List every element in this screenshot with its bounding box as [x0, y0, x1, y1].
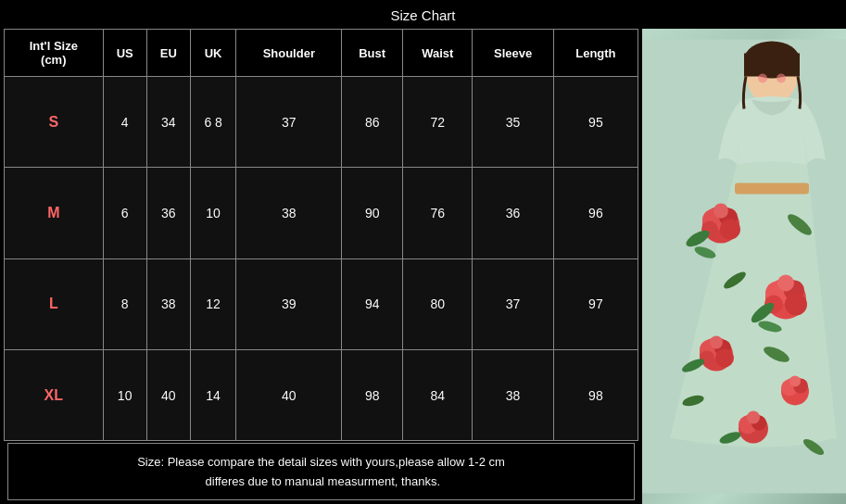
svg-point-5 — [777, 74, 786, 83]
cell-eu: 34 — [146, 77, 190, 168]
dress-image-section — [642, 29, 846, 504]
header-intl-size: Int'l Size(cm) — [5, 30, 104, 77]
cell-length: 95 — [553, 77, 638, 168]
cell-shoulder: 39 — [236, 258, 342, 349]
cell-us: 6 — [103, 168, 146, 258]
cell-size: S — [5, 77, 104, 168]
cell-bust: 94 — [342, 258, 403, 349]
header-us: US — [103, 30, 146, 77]
svg-point-18 — [777, 275, 794, 292]
dress-svg — [642, 29, 846, 504]
footer-note-text: Size: Please compare the detail sizes wi… — [137, 455, 505, 488]
table-row: L838123994803797 — [5, 258, 638, 349]
cell-length: 96 — [553, 168, 638, 258]
cell-length: 98 — [553, 350, 638, 441]
cell-waist: 80 — [403, 258, 473, 349]
cell-shoulder: 37 — [236, 77, 342, 168]
svg-point-20 — [785, 294, 807, 316]
header-sleeve: Sleeve — [473, 30, 553, 77]
header-uk: UK — [190, 30, 236, 77]
cell-bust: 86 — [342, 77, 403, 168]
header-eu: EU — [146, 30, 190, 77]
cell-us: 10 — [103, 350, 146, 441]
cell-us: 4 — [103, 77, 146, 168]
cell-eu: 36 — [146, 168, 190, 258]
svg-point-10 — [713, 204, 728, 219]
table-row: S4346 83786723595 — [5, 77, 638, 168]
cell-size: M — [5, 168, 104, 258]
table-row: M636103890763696 — [5, 168, 638, 258]
main-content: Int'l Size(cm) US EU UK Shoulder Bust Wa… — [0, 29, 846, 504]
title-text: Size Chart — [390, 7, 455, 23]
header-length: Length — [553, 30, 638, 77]
cell-sleeve: 36 — [473, 168, 553, 258]
cell-sleeve: 35 — [473, 77, 553, 168]
cell-sleeve: 38 — [473, 350, 553, 441]
svg-point-28 — [715, 349, 734, 368]
table-section: Int'l Size(cm) US EU UK Shoulder Bust Wa… — [0, 29, 642, 504]
cell-uk: 14 — [190, 350, 236, 441]
cell-size: XL — [5, 350, 104, 441]
cell-waist: 72 — [403, 77, 473, 168]
cell-us: 8 — [103, 258, 146, 349]
cell-bust: 98 — [342, 350, 403, 441]
svg-point-26 — [710, 336, 723, 349]
cell-shoulder: 38 — [236, 168, 342, 258]
cell-uk: 10 — [190, 168, 236, 258]
svg-point-33 — [789, 376, 801, 387]
cell-sleeve: 37 — [473, 258, 553, 349]
svg-point-12 — [720, 220, 740, 240]
cell-waist: 76 — [403, 168, 473, 258]
header-bust: Bust — [342, 30, 403, 77]
size-table: Int'l Size(cm) US EU UK Shoulder Bust Wa… — [4, 29, 638, 441]
cell-eu: 38 — [146, 258, 190, 349]
svg-rect-6 — [735, 183, 809, 195]
table-row: XL1040144098843898 — [5, 350, 638, 441]
dress-image — [642, 29, 846, 504]
cell-uk: 12 — [190, 258, 236, 349]
chart-title: Size Chart — [0, 0, 846, 29]
svg-point-37 — [747, 411, 760, 424]
cell-bust: 90 — [342, 168, 403, 258]
cell-length: 97 — [553, 258, 638, 349]
footer-note: Size: Please compare the detail sizes wi… — [7, 443, 635, 500]
size-chart-container: Size Chart Int'l Size(cm) US EU UK Shoul… — [0, 0, 846, 504]
header-waist: Waist — [403, 30, 473, 77]
cell-size: L — [5, 258, 104, 349]
cell-waist: 84 — [403, 350, 473, 441]
header-shoulder: Shoulder — [236, 30, 342, 77]
svg-point-4 — [758, 74, 767, 83]
cell-shoulder: 40 — [236, 350, 342, 441]
cell-uk: 6 8 — [190, 77, 236, 168]
cell-eu: 40 — [146, 350, 190, 441]
svg-rect-3 — [744, 54, 800, 77]
